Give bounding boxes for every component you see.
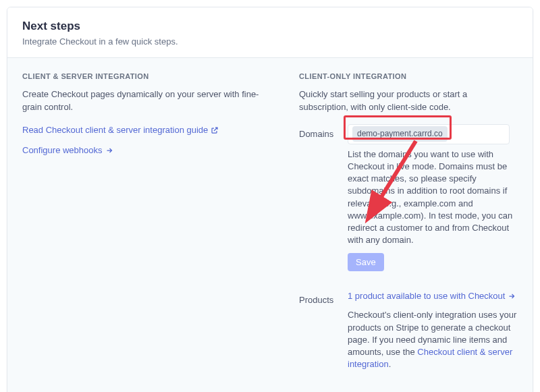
arrow-right-icon [105,146,113,155]
read-guide-link[interactable]: Read Checkout client & server integratio… [22,124,219,136]
webhooks-link[interactable]: Set up Checkout webhooks [348,389,465,392]
right-description: Quickly start selling your products or s… [299,88,518,113]
configure-webhooks-link[interactable]: Configure webhooks [22,144,113,157]
left-description: Create Checkout pages dynamically on you… [22,88,272,113]
products-field: Products 1 product available to use with… [299,290,518,370]
products-link[interactable]: 1 product available to use with Checkout [348,290,516,302]
webhooks-label: Webhooks [299,389,348,392]
read-guide-label: Read Checkout client & server integratio… [22,124,208,136]
client-only-section: CLIENT-ONLY INTEGRATION Quickly start se… [299,72,518,392]
products-help: Checkout's client-only integration uses … [348,309,518,370]
arrow-right-icon [508,292,516,300]
products-link-label: 1 product available to use with Checkout [348,290,505,302]
domain-chip[interactable]: demo-payment.carrd.co [352,126,448,142]
domains-help: List the domains you want to use with Ch… [348,148,518,247]
external-link-icon [211,126,219,134]
settings-card: Next steps Integrate Checkout in a few q… [7,7,533,392]
webhooks-field: Webhooks Set up Checkout webhooks Use we… [299,389,518,392]
products-label: Products [299,290,348,370]
domains-field: Domains demo-payment.carrd.co List the d… [299,124,518,272]
page-title: Next steps [22,18,518,34]
domains-input[interactable]: demo-payment.carrd.co [348,124,510,144]
section-title-right: CLIENT-ONLY INTEGRATION [299,72,518,82]
webhooks-link-label: Set up Checkout webhooks [348,389,454,392]
page-subtitle: Integrate Checkout in a few quick steps. [22,36,518,48]
domains-label: Domains [299,124,348,272]
save-button[interactable]: Save [348,253,384,271]
client-server-section: CLIENT & SERVER INTEGRATION Create Check… [22,72,272,392]
section-title-left: CLIENT & SERVER INTEGRATION [22,72,272,82]
card-body: CLIENT & SERVER INTEGRATION Create Check… [7,58,533,392]
configure-webhooks-label: Configure webhooks [22,144,103,157]
card-header: Next steps Integrate Checkout in a few q… [7,7,533,58]
